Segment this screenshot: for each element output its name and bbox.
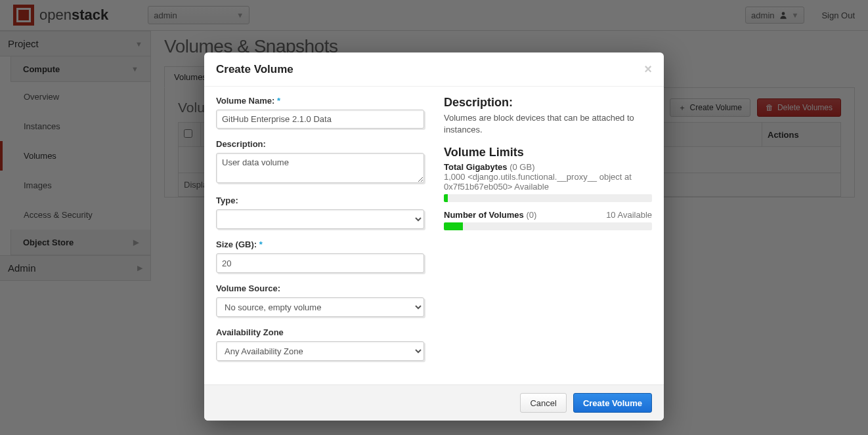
availability-zone-select[interactable]: Any Availability Zone	[216, 341, 424, 361]
limit-number-volumes-fill	[444, 222, 463, 230]
field-type: Type:	[216, 196, 424, 229]
modal-header: Create Volume ×	[204, 52, 664, 87]
modal-title: Create Volume	[216, 63, 293, 76]
limit-number-volumes-bar	[444, 222, 652, 230]
field-volume-source: Volume Source: No source, empty volume	[216, 283, 424, 317]
field-size: Size (GB): *	[216, 239, 424, 273]
field-volume-name: Volume Name: *	[216, 96, 424, 129]
create-volume-submit-button[interactable]: Create Volume	[573, 393, 652, 413]
modal-footer: Cancel Create Volume	[204, 384, 664, 421]
limit-total-gigabytes-fill	[444, 194, 448, 202]
size-input[interactable]	[216, 253, 424, 273]
create-volume-modal: Create Volume × Volume Name: * Descripti…	[204, 52, 664, 421]
required-mark: *	[259, 239, 263, 249]
type-select[interactable]	[216, 209, 424, 229]
info-description-heading: Description:	[444, 96, 652, 110]
volume-limits-heading: Volume Limits	[444, 146, 652, 159]
field-availability-zone: Availability Zone Any Availability Zone	[216, 327, 424, 361]
limit-total-gigabytes-available: 1,000 <django.utils.functional.__proxy__…	[444, 172, 652, 192]
volume-name-input[interactable]	[216, 110, 424, 129]
cancel-button[interactable]: Cancel	[520, 393, 566, 413]
limit-number-volumes: Number of Volumes (0) 10 Available	[444, 210, 652, 220]
volume-source-select[interactable]: No source, empty volume	[216, 297, 424, 317]
info-description-text: Volumes are block devices that can be at…	[444, 112, 652, 135]
limit-number-volumes-available: 10 Available	[606, 210, 652, 220]
limit-total-gigabytes: Total Gigabytes (0 GB)	[444, 162, 652, 172]
required-mark: *	[277, 96, 280, 106]
field-description: Description: User data volume	[216, 139, 424, 185]
form-column: Volume Name: * Description: User data vo…	[216, 96, 424, 371]
modal-body: Volume Name: * Description: User data vo…	[204, 87, 664, 384]
close-icon[interactable]: ×	[644, 62, 652, 77]
limit-total-gigabytes-bar	[444, 194, 652, 202]
info-column: Description: Volumes are block devices t…	[444, 96, 652, 371]
description-textarea[interactable]: User data volume	[216, 153, 424, 183]
